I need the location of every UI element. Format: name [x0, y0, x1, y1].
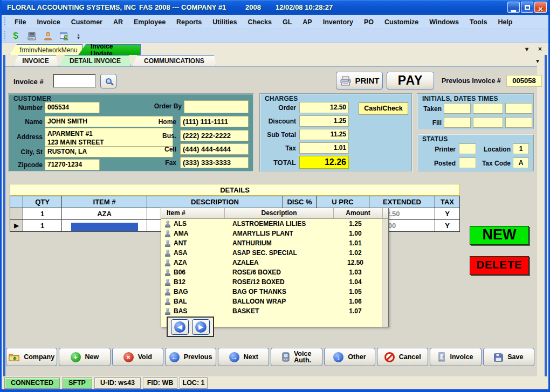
delete-line-button[interactable]: DELETE	[470, 256, 529, 275]
menu-employee[interactable]: Employee	[128, 18, 171, 26]
print-button[interactable]: PRINT	[336, 72, 383, 90]
page-back-button[interactable]: ◀	[171, 319, 189, 335]
details-header-row: QTY ITEM # DESCRIPTION DISC % U PRC EXTE…	[10, 196, 460, 208]
user-window-icon[interactable]	[59, 31, 70, 42]
pay-button[interactable]: PAY	[387, 72, 434, 90]
menu-windows[interactable]: Windows	[424, 18, 464, 26]
previous-button[interactable]: ← Previous	[165, 348, 216, 366]
menu-inventory[interactable]: Inventory	[318, 18, 359, 26]
order-by-label: Order By	[148, 102, 182, 110]
new-invoice-button[interactable]: + New	[59, 348, 110, 366]
customer-number-field[interactable]: 005534	[45, 102, 100, 113]
menu-customize[interactable]: Customize	[379, 18, 424, 26]
taken-initials-field[interactable]	[444, 103, 471, 114]
menu-tools[interactable]: Tools	[464, 18, 492, 26]
dropdown-scrollbar[interactable]	[382, 219, 388, 327]
menu-file[interactable]: File	[9, 18, 32, 26]
other-button[interactable]: ↓ Other	[324, 348, 375, 366]
menu-checks[interactable]: Checks	[242, 18, 277, 26]
dropdown-item-bas[interactable]: BAS BASKET 1.07	[161, 306, 388, 316]
order-by-field[interactable]	[184, 100, 249, 113]
row2-item-editing[interactable]	[62, 220, 147, 232]
dropdown-item-b06[interactable]: B06 ROSE/6 BOXED 1.03	[161, 267, 388, 277]
taken-time-field[interactable]	[505, 103, 532, 114]
save-button[interactable]: Save	[483, 348, 534, 366]
item-description: BASKET	[225, 307, 334, 315]
row1-tax[interactable]: Y	[435, 208, 460, 220]
toolbar-overflow-button[interactable]: ▪ ▾	[77, 33, 80, 39]
item-amount: 1.00	[334, 230, 377, 237]
menu-help[interactable]: Help	[492, 18, 518, 26]
cell-phone-field[interactable]: (444) 444-4444	[180, 143, 249, 155]
dropdown-item-b12[interactable]: B12 ROSE/12 BOXED 1.04	[161, 277, 388, 287]
menu-utilities[interactable]: Utilities	[207, 18, 242, 26]
row1-selector[interactable]	[10, 208, 23, 220]
home-phone-field[interactable]: (111) 111-1111	[180, 116, 249, 127]
tab-list-arrow-icon[interactable]: ▾	[525, 45, 528, 53]
menu-gl[interactable]: GL	[277, 18, 297, 26]
tab-detail-invoice[interactable]: DETAIL INVOICE	[59, 55, 131, 66]
order-charge-value: 12.50	[299, 102, 349, 113]
zipcode-field[interactable]: 71270-1234	[45, 159, 100, 170]
menu-po[interactable]: PO	[359, 18, 379, 26]
tab-invoice[interactable]: INVOICE	[13, 55, 58, 66]
business-phone-field[interactable]: (222) 222-2222	[180, 130, 249, 141]
menu-invoice[interactable]: Invoice	[32, 18, 66, 26]
dropdown-item-asa[interactable]: ASA ASAP SEC. SPECIAL 1.02	[161, 248, 388, 258]
payments-icon[interactable]: $	[10, 31, 21, 42]
void-button[interactable]: × Void	[112, 348, 163, 366]
tab-invoice-update[interactable]: Invoice Update	[78, 44, 141, 55]
menu-customer[interactable]: Customer	[66, 18, 108, 26]
title-year: 2008	[245, 3, 261, 11]
menu-reports[interactable]: Reports	[171, 18, 207, 26]
page-forward-button[interactable]: ▶	[192, 319, 210, 335]
page-tab-arrow-icon[interactable]: ▾	[536, 57, 539, 65]
dropdown-item-aza[interactable]: AZA AZALEA 12.50	[161, 258, 388, 267]
fill-initials-field[interactable]	[444, 117, 471, 128]
fill-date-field[interactable]	[473, 117, 503, 128]
dropdown-item-als[interactable]: ALS ALSTROEMERIA LILIES 1.25	[161, 219, 388, 229]
fill-time-field[interactable]	[505, 117, 532, 128]
minimize-button[interactable]	[507, 2, 520, 13]
register-icon[interactable]	[26, 31, 37, 42]
row1-qty[interactable]: 1	[23, 208, 62, 220]
new-line-button[interactable]: NEW	[470, 226, 529, 245]
customer-icon[interactable]	[43, 31, 53, 42]
printer-label: Printer	[423, 146, 456, 153]
tab-frm-inv-network-menu[interactable]: frmInvNetworkMenu	[9, 44, 82, 55]
next-button[interactable]: → Next	[218, 348, 269, 366]
person-icon	[164, 259, 170, 266]
close-button[interactable]: ×	[534, 2, 547, 13]
fax-field[interactable]: (333) 333-3333	[180, 157, 249, 168]
taken-date-field[interactable]	[473, 103, 503, 114]
item-amount: 1.05	[334, 288, 377, 295]
cancel-button[interactable]: Cancel	[377, 348, 428, 366]
dropdown-item-ama[interactable]: AMA AMARYLLIS PLANT 1.00	[161, 229, 388, 238]
maximize-button[interactable]	[521, 2, 533, 13]
new-label: New	[85, 353, 99, 361]
company-button[interactable]: Company	[6, 348, 57, 366]
payment-method-button[interactable]: Cash/Check	[359, 102, 408, 115]
dropdown-item-bal[interactable]: BAL BALLOON WRAP 1.06	[161, 297, 388, 306]
row2-tax[interactable]: Y	[435, 220, 460, 232]
tab-close-icon[interactable]: ×	[538, 45, 542, 53]
invoice-number-input[interactable]	[53, 74, 96, 88]
dropdown-description-header[interactable]: Description	[225, 208, 334, 218]
posted-field	[459, 157, 476, 168]
dropdown-item-ant[interactable]: ANT ANTHURIUM 1.01	[161, 238, 388, 248]
tab-communications[interactable]: COMMUNICATIONS	[132, 55, 216, 66]
row1-item[interactable]: AZA	[62, 208, 147, 220]
search-icon	[106, 78, 112, 84]
dropdown-amount-header[interactable]: Amount	[334, 208, 383, 218]
order-charge-label: Order	[263, 104, 296, 112]
dropdown-item-header[interactable]: Item #	[161, 208, 225, 218]
menu-ar[interactable]: AR	[108, 18, 128, 26]
invoice-search-button[interactable]	[100, 74, 116, 88]
invoice-button[interactable]: Invoice	[430, 348, 481, 366]
dropdown-item-bag[interactable]: BAG BAG OF THANKS 1.05	[161, 287, 388, 297]
menu-ap[interactable]: AP	[297, 18, 317, 26]
item-description: ASAP SEC. SPECIAL	[225, 249, 334, 257]
row2-qty[interactable]: 1	[23, 220, 62, 232]
minimize-icon	[511, 10, 516, 12]
voice-auth-button[interactable]: Voice Auth.	[271, 348, 322, 366]
